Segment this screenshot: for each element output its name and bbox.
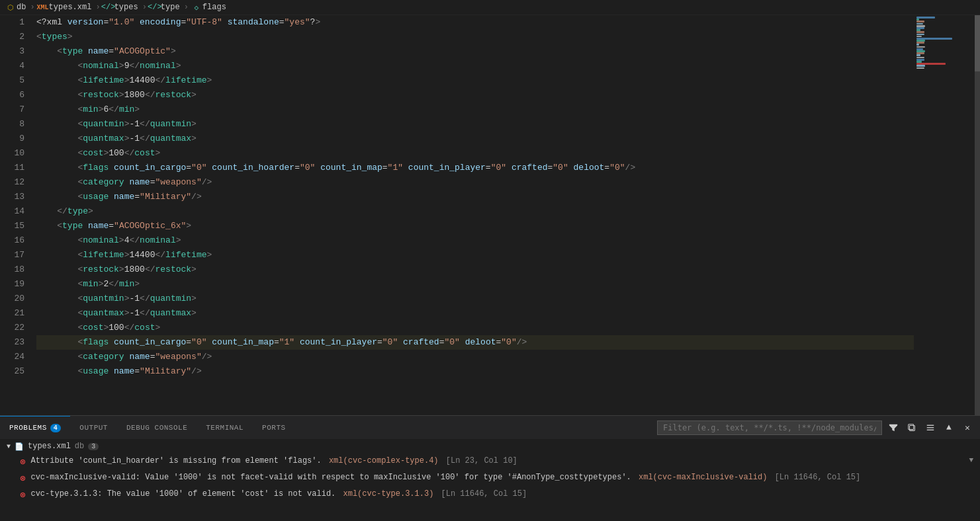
problem-text-1: Attribute 'count_in_hoarder' is missing … bbox=[30, 456, 963, 465]
breadcrumb-item-flags[interactable]: ◇ flags bbox=[193, 3, 226, 12]
tab-terminal[interactable]: TERMINAL bbox=[197, 416, 253, 439]
problem-text-3: cvc-type.3.1.3: The value '1000' of elem… bbox=[30, 489, 973, 499]
code-line-18: <restock>1800</restock> bbox=[36, 262, 914, 277]
problem-item-3[interactable]: ⊗ cvc-type.3.1.3: The value '1000' of el… bbox=[0, 487, 980, 503]
minimap-thumb[interactable] bbox=[975, 15, 980, 71]
line-num-7: 7 bbox=[0, 102, 24, 117]
breadcrumb-label-types: types bbox=[114, 3, 138, 12]
breadcrumb-sep-1: › bbox=[30, 3, 34, 12]
code-line-20: <quantmin>-1</quantmin> bbox=[36, 292, 914, 306]
copy-icon[interactable] bbox=[905, 421, 919, 435]
breadcrumb-label-flags: flags bbox=[202, 3, 226, 12]
tab-output-label: OUTPUT bbox=[79, 424, 108, 432]
svg-rect-3 bbox=[927, 427, 934, 428]
group-count: 3 bbox=[88, 443, 99, 450]
error-icon-2: ⊗ bbox=[20, 473, 25, 484]
code-line-16: <nominal>4</nominal> bbox=[36, 233, 914, 248]
minimap-line bbox=[916, 65, 925, 67]
breadcrumb-item-type[interactable]: </> type bbox=[151, 3, 180, 12]
line-num-16: 16 bbox=[0, 233, 24, 248]
line-num-18: 18 bbox=[0, 262, 24, 277]
panel-tabs: PROBLEMS 4 OUTPUT DEBUG CONSOLE TERMINAL… bbox=[0, 416, 980, 439]
group-chevron: ▼ bbox=[7, 443, 11, 450]
minimap-line bbox=[916, 34, 924, 36]
line-num-8: 8 bbox=[0, 117, 24, 132]
error-icon-1: ⊗ bbox=[20, 456, 25, 467]
editor-main[interactable]: 1234567891011121314151617181920212223242… bbox=[0, 15, 914, 415]
problems-list[interactable]: ▼ 📄 types.xml db 3 ⊗ Attribute 'count_in… bbox=[0, 439, 980, 503]
code-line-10: <cost>100</cost> bbox=[36, 146, 914, 161]
editor-container: 1234567891011121314151617181920212223242… bbox=[0, 15, 980, 415]
tab-problems[interactable]: PROBLEMS 4 bbox=[0, 416, 70, 439]
minimap-line bbox=[916, 17, 935, 19]
code-line-11: <flags count_in_cargo="0" count_in_hoard… bbox=[36, 161, 914, 175]
code-line-12: <category name="weapons"/> bbox=[36, 175, 914, 190]
filter-input[interactable] bbox=[657, 421, 882, 435]
close-icon[interactable]: ✕ bbox=[960, 421, 975, 435]
problem-item-1[interactable]: ⊗ Attribute 'count_in_hoarder' is missin… bbox=[0, 454, 980, 470]
line-num-11: 11 bbox=[0, 161, 24, 175]
line-num-12: 12 bbox=[0, 175, 24, 190]
line-num-14: 14 bbox=[0, 204, 24, 219]
line-numbers: 1234567891011121314151617181920212223242… bbox=[0, 15, 30, 415]
problem-location-2: [Ln 11646, Col 15] bbox=[775, 473, 861, 482]
xml-file-icon: XML bbox=[39, 3, 47, 11]
breadcrumb-label-db: db bbox=[17, 3, 26, 12]
code-line-6: <restock>1800</restock> bbox=[36, 88, 914, 102]
minimap-line bbox=[916, 54, 920, 56]
line-num-9: 9 bbox=[0, 132, 24, 146]
code-line-7: <min>6</min> bbox=[36, 102, 914, 117]
problem-item-2[interactable]: ⊗ cvc-maxInclusive-valid: Value '1000' i… bbox=[0, 470, 980, 487]
expand-icon[interactable]: ▲ bbox=[942, 421, 956, 435]
group-path: db bbox=[75, 442, 84, 451]
line-num-3: 3 bbox=[0, 44, 24, 59]
line-num-25: 25 bbox=[0, 364, 24, 379]
expand-problem-1[interactable]: ▼ bbox=[969, 456, 973, 464]
problem-link-1[interactable]: xml(cvc-complex-type.4) bbox=[329, 456, 439, 465]
code-line-24: <category name="weapons"/> bbox=[36, 350, 914, 364]
line-num-2: 2 bbox=[0, 30, 24, 44]
line-num-20: 20 bbox=[0, 292, 24, 306]
filter-icon[interactable] bbox=[886, 421, 901, 435]
code-line-17: <lifetime>14400</lifetime> bbox=[36, 248, 914, 262]
svg-rect-4 bbox=[927, 429, 934, 430]
group-filename: types.xml bbox=[28, 442, 71, 451]
code-line-15: <type name="ACOGOptic_6x"> bbox=[36, 219, 914, 233]
tab-ports-label: PORTS bbox=[262, 424, 286, 432]
list-icon[interactable] bbox=[923, 421, 938, 435]
code-line-13: <usage name="Military"/> bbox=[36, 190, 914, 204]
tab-output[interactable]: OUTPUT bbox=[70, 416, 117, 439]
minimap-line bbox=[916, 31, 924, 33]
minimap-line bbox=[916, 20, 924, 22]
code-line-19: <min>2</min> bbox=[36, 277, 914, 292]
minimap[interactable] bbox=[914, 15, 980, 415]
error-icon-3: ⊗ bbox=[20, 489, 25, 501]
breadcrumb-item-db[interactable]: ⬡ db bbox=[7, 3, 26, 12]
panel-toolbar: ▲ ✕ bbox=[657, 421, 980, 435]
code-line-9: <quantmax>-1</quantmax> bbox=[36, 132, 914, 146]
tab-problems-label: PROBLEMS bbox=[9, 424, 47, 432]
problems-group[interactable]: ▼ 📄 types.xml db 3 bbox=[0, 439, 980, 454]
tab-debug-console[interactable]: DEBUG CONSOLE bbox=[117, 416, 197, 439]
svg-rect-0 bbox=[910, 425, 915, 430]
xml-group-icon: 📄 bbox=[15, 442, 24, 451]
problems-panel: PROBLEMS 4 OUTPUT DEBUG CONSOLE TERMINAL… bbox=[0, 415, 980, 521]
code-line-5: <lifetime>14400</lifetime> bbox=[36, 73, 914, 88]
svg-rect-2 bbox=[927, 424, 934, 425]
problem-text-2: cvc-maxInclusive-valid: Value '1000' is … bbox=[30, 473, 973, 482]
tab-ports[interactable]: PORTS bbox=[253, 416, 295, 439]
breadcrumb-item-types-xml[interactable]: XML types.xml bbox=[39, 3, 92, 12]
code-line-2: <types> bbox=[36, 30, 914, 44]
code-line-22: <cost>100</cost> bbox=[36, 321, 914, 335]
tag-icon: ◇ bbox=[193, 3, 200, 11]
code-editor[interactable]: <?xml version="1.0" encoding="UTF-8" sta… bbox=[30, 15, 914, 415]
problem-location-3: [Ln 11646, Col 15] bbox=[441, 489, 527, 499]
problem-link-3[interactable]: xml(cvc-type.3.1.3) bbox=[343, 489, 434, 499]
code-line-14: </type> bbox=[36, 204, 914, 219]
minimap-scrollbar[interactable] bbox=[975, 15, 980, 415]
breadcrumb-item-types[interactable]: </> types bbox=[105, 3, 138, 12]
problem-link-2[interactable]: xml(cvc-maxInclusive-valid) bbox=[639, 473, 767, 482]
code-line-3: <type name="ACOGOptic"> bbox=[36, 44, 914, 59]
breadcrumb-label-types-xml: types.xml bbox=[49, 3, 92, 12]
minimap-line bbox=[916, 23, 923, 25]
